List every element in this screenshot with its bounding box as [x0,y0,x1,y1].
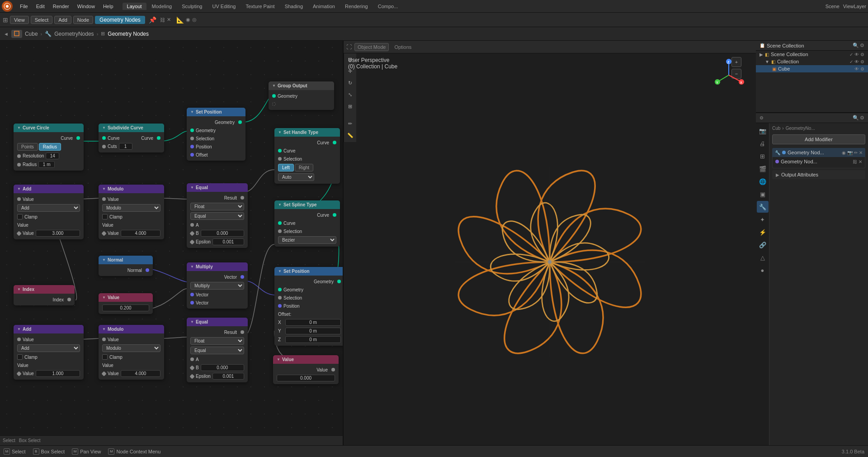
multiply-op-select[interactable]: Multiply [190,282,244,290]
geo-nodes-sub-name[interactable]: Geometry Nod... [781,159,817,164]
close-icon[interactable]: ✕ [167,17,171,23]
equal1-type-select[interactable]: Float [190,203,244,210]
node-menu[interactable]: Node [73,16,93,24]
mod2-val-field[interactable]: 4.000 [121,370,160,377]
add2-val-field[interactable]: 1.000 [36,370,80,377]
node-group-output[interactable]: ▼ Group Output Geometry [269,81,334,110]
hide-panel-btn[interactable]: ◄ [4,31,9,37]
node-equal-1[interactable]: ▼ Equal Result Float Equal [187,183,248,248]
tab-animation[interactable]: Animation [308,3,340,10]
node-add-1[interactable]: ▼ Add Value Add Subtract Multiply [14,185,84,239]
breadcrumb-cube[interactable]: Cube [25,31,38,37]
geo-mod-realtime-icon[interactable]: ◉ [842,150,846,155]
mod1-clamp-cb[interactable] [102,214,108,219]
handle-left-btn[interactable]: Left [278,164,294,171]
node-add-2[interactable]: ▼ Add Value Add Clamp Value [14,325,84,380]
curve-circle-rad-value[interactable]: 1 m [38,161,55,168]
add1-val-field[interactable]: 3.000 [36,230,80,237]
geo-sub-x-icon[interactable]: ✕ [859,159,862,164]
view-menu[interactable]: View [10,16,29,24]
node-equal-2[interactable]: ▼ Equal Result Float Equal [187,318,248,382]
add-modifier-btn[interactable]: Add Modifier [772,134,865,144]
tab-texture-paint[interactable]: Texture Paint [241,3,279,10]
add2-op-select[interactable]: Add [17,344,80,352]
mod2-op-select[interactable]: Modulo [102,344,160,352]
menu-edit[interactable]: Edit [33,3,48,10]
prop-data-icon[interactable]: △ [757,252,769,263]
menu-window[interactable]: Window [74,3,99,10]
prop-particles-icon[interactable]: ✦ [757,214,769,225]
tool-measure[interactable]: 📏 [345,130,355,140]
tab-uv-editing[interactable]: UV Editing [208,3,240,10]
tool-transform[interactable]: ⊞ [345,101,355,111]
prop-render-icon[interactable]: 📷 [757,125,769,137]
mod2-clamp-cb[interactable] [102,354,108,360]
node-index[interactable]: ▼ Index Index [14,285,75,305]
editor-type-icon[interactable]: ⊞ [3,16,8,24]
subdivide-cuts-value[interactable]: 1 [119,143,132,150]
outliner-collection[interactable]: ▼ ◧ Collection ✓ 👁 ⚙ [756,58,868,65]
props-filter[interactable]: ⚙ [860,115,864,121]
set-pos2-z[interactable]: 0 m [285,336,341,343]
viewport-mode-selector[interactable]: Object Mode [354,43,389,51]
set-pos2-y[interactable]: 0 m [285,328,341,334]
viewport-type-icon[interactable]: ⛶ [346,44,352,50]
equal2-type-select[interactable]: Float [190,337,244,345]
tool-scale[interactable]: ⤡ [345,90,355,100]
props-search[interactable]: 🔍 [853,115,859,121]
tab-sculpting[interactable]: Sculpting [177,3,207,10]
equal1-eps-field[interactable]: 0.001 [212,238,244,245]
tab-rendering[interactable]: Rendering [340,3,373,10]
tab-shading[interactable]: Shading [280,3,307,10]
mod1-op-select[interactable]: Modulo [102,204,160,212]
pin-icon[interactable]: 📌 [149,16,156,24]
menu-file[interactable]: File [16,3,32,10]
node-value[interactable]: ▼ Value 0.200 [99,293,153,314]
geo-mod-render-icon[interactable]: 📷 [847,150,853,155]
value-field[interactable]: 0.200 [102,305,149,311]
tab-layout[interactable]: Layout [123,3,146,10]
prop-view-layer-icon[interactable]: ⊞ [757,150,769,162]
outliner-filter[interactable]: ⚙ [860,43,864,48]
node-modulo-1[interactable]: ▼ Modulo Value Modulo Clamp V [99,185,164,239]
node-set-position-1[interactable]: ▼ Set Position Geometry Geometry Selecti… [187,108,245,161]
props-bc-1[interactable]: Cub [772,126,780,131]
handle-right-btn[interactable]: Right [295,164,313,171]
outliner-search[interactable]: 🔍 [853,43,859,48]
add1-op-select[interactable]: Add Subtract Multiply [17,204,80,212]
tool-cursor[interactable]: ⊕ [345,54,355,64]
overlay-icon[interactable]: ◉ [186,17,190,23]
breadcrumb-modifier[interactable]: GeometryNodes [54,31,94,37]
output-attrs-header[interactable]: ▶ Output Attributes [772,170,865,179]
cube-icon[interactable] [11,30,22,38]
equal1-b-field[interactable]: 0.000 [201,230,244,237]
snap-icon[interactable]: 📐 [176,16,184,24]
select-menu[interactable]: Select [31,16,53,24]
node-modulo-2[interactable]: ▼ Modulo Value Modulo Clamp V [99,325,164,380]
tool-move[interactable]: ✛ [345,66,355,76]
equal2-eps-field[interactable]: 0.001 [212,373,244,380]
tool-rotate[interactable]: ↻ [345,78,355,88]
tab-compositing[interactable]: Compo... [373,3,403,10]
prop-world-icon[interactable]: 🌐 [757,176,769,187]
viewport-3d[interactable]: ⛶ Object Mode Options User Perspective (… [344,41,756,445]
handle-type-select[interactable]: Auto Vector Aligned Free [278,173,314,181]
mod1-val-field[interactable]: 4.000 [121,230,160,237]
node-editor[interactable]: ▼ Group Output Geometry ▼ Curve Circle [0,41,344,445]
tab-modeling[interactable]: Modeling [147,3,177,10]
equal1-op-select[interactable]: Equal [190,212,244,220]
node-set-spline-type[interactable]: ▼ Set Spline Type Curve Curve Selection [274,200,340,247]
menu-help[interactable]: Help [99,3,117,10]
node-value-2[interactable]: ▼ Value Value 0.000 [273,355,339,384]
equal2-b-field[interactable]: 0.000 [201,364,244,371]
add2-clamp-cb[interactable] [17,354,23,360]
prop-physics-icon[interactable]: ⚡ [757,226,769,238]
link-icon[interactable]: ⛓ [160,17,165,23]
node-multiply[interactable]: ▼ Multiply Vector Multiply Vector [187,262,248,309]
geo-mod-edit-icon[interactable]: ✏ [854,150,858,155]
node-set-position-2[interactable]: ▼ Set Position Geometry Geometry Selecti… [274,267,344,346]
curve-circle-res-value[interactable]: 14 [46,152,59,159]
spline-type-select[interactable]: Bezier NURBS Poly [278,236,336,244]
props-bc-2[interactable]: GeometryNo... [786,126,815,131]
outliner-cube[interactable]: ▣ Cube 👁 ⚙ [756,65,868,72]
